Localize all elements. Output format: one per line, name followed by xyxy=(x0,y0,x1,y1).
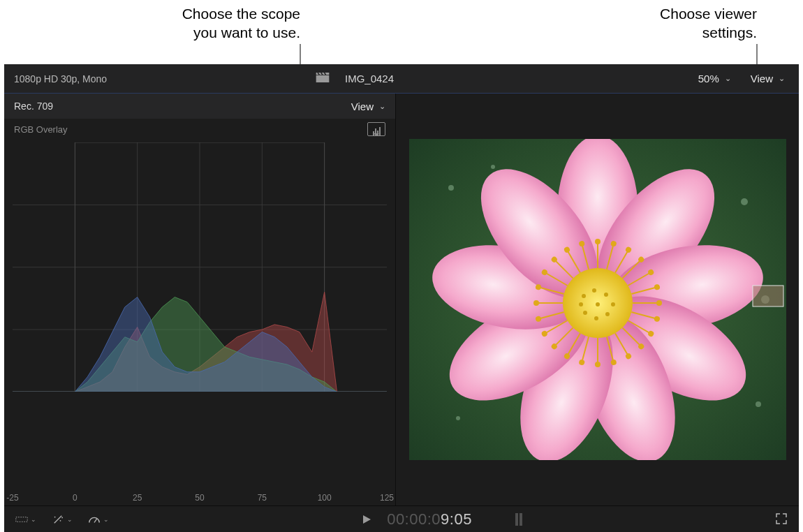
xaxis-tick: 25 xyxy=(133,493,142,503)
format-label: 1080p HD 30p, Mono xyxy=(14,73,107,84)
scopes-view-dropdown[interactable]: View ⌄ xyxy=(351,101,385,112)
scopes-view-label: View xyxy=(351,101,374,112)
callout-area: Choose the scope you want to use. Choose… xyxy=(0,0,803,64)
svg-point-40 xyxy=(54,517,56,518)
app-window: 1080p HD 30p, Mono IMG_0424 50% ⌄ View ⌄… xyxy=(4,64,799,532)
viewer-view-dropdown[interactable]: View ⌄ xyxy=(751,73,785,84)
viewer-panel xyxy=(396,94,799,505)
xaxis-tick: 0 xyxy=(73,493,78,503)
viewer-canvas[interactable] xyxy=(396,94,799,505)
svg-point-29 xyxy=(604,293,608,297)
viewer-topbar: 1080p HD 30p, Mono IMG_0424 50% ⌄ View ⌄ xyxy=(4,64,799,93)
fullscreen-button[interactable] xyxy=(775,512,788,527)
timecode-bright: 9:05 xyxy=(441,510,472,528)
svg-point-25 xyxy=(595,239,601,244)
svg-point-16 xyxy=(491,165,495,169)
chevron-down-icon: ⌄ xyxy=(31,516,36,523)
enhancements-dropdown[interactable]: ⌄ xyxy=(52,515,73,524)
range-icon xyxy=(15,515,28,524)
xaxis-tick: 125 xyxy=(380,493,394,503)
gauge-icon xyxy=(88,515,101,524)
color-space-label: Rec. 709 xyxy=(14,101,53,112)
callout-viewer-text: Choose viewer settings. xyxy=(660,4,757,43)
chevron-down-icon: ⌄ xyxy=(103,516,109,523)
play-button[interactable] xyxy=(362,515,371,524)
svg-point-32 xyxy=(594,316,598,320)
timecode-display[interactable]: 00:00:09:05 xyxy=(387,510,472,529)
transport-bar: ⌄ ⌄ ⌄ 00:00:09:05 xyxy=(4,505,799,532)
zoom-value: 50% xyxy=(698,73,719,84)
svg-point-17 xyxy=(741,198,748,205)
expand-icon xyxy=(775,512,788,527)
svg-point-34 xyxy=(579,302,583,306)
chevron-down-icon: ⌄ xyxy=(67,516,73,523)
app-body: Rec. 709 View ⌄ RGB Overlay xyxy=(4,94,799,505)
svg-point-33 xyxy=(583,311,587,315)
svg-point-41 xyxy=(60,520,61,522)
svg-rect-38 xyxy=(16,517,27,522)
wand-icon xyxy=(52,515,64,524)
audio-meters-icon[interactable] xyxy=(515,513,522,526)
preview-image xyxy=(409,139,786,460)
svg-point-30 xyxy=(611,302,615,306)
svg-point-18 xyxy=(756,401,761,407)
histogram-area: -250255075100125 xyxy=(4,140,395,505)
callout-scope-text: Choose the scope you want to use. xyxy=(182,4,300,43)
divider xyxy=(4,93,799,94)
scopes-panel: Rec. 709 View ⌄ RGB Overlay xyxy=(4,94,396,505)
chevron-down-icon: ⌄ xyxy=(725,74,731,83)
xaxis-tick: 100 xyxy=(318,493,332,503)
svg-line-43 xyxy=(94,519,97,522)
xaxis-tick: -25 xyxy=(6,493,18,503)
svg-rect-0 xyxy=(316,75,330,82)
svg-point-28 xyxy=(592,288,596,293)
play-icon xyxy=(362,515,371,524)
svg-point-42 xyxy=(61,517,63,519)
rgb-histogram xyxy=(13,142,387,392)
scope-mode-label: RGB Overlay xyxy=(14,124,68,135)
xaxis-tick: 75 xyxy=(258,493,267,503)
zoom-dropdown[interactable]: 50% ⌄ xyxy=(698,73,731,84)
svg-point-27 xyxy=(582,294,586,298)
clip-filename: IMG_0424 xyxy=(345,73,394,84)
viewer-view-label: View xyxy=(751,73,773,84)
svg-marker-44 xyxy=(363,515,371,524)
timecode-dim: 00:00:0 xyxy=(387,510,441,528)
scopes-header: Rec. 709 View ⌄ xyxy=(4,94,395,119)
retime-dropdown[interactable]: ⌄ xyxy=(88,515,109,524)
svg-point-31 xyxy=(605,312,610,316)
chevron-down-icon: ⌄ xyxy=(379,102,385,111)
svg-point-19 xyxy=(456,416,460,420)
scope-type-dropdown[interactable] xyxy=(367,122,385,136)
histogram-xaxis: -250255075100125 xyxy=(13,493,387,505)
scope-subheader: RGB Overlay xyxy=(4,119,395,140)
svg-rect-36 xyxy=(753,286,783,306)
xaxis-tick: 50 xyxy=(195,493,204,503)
svg-point-35 xyxy=(596,302,600,306)
clip-title-area: IMG_0424 xyxy=(316,64,394,93)
chevron-down-icon: ⌄ xyxy=(779,74,785,83)
clapperboard-icon xyxy=(316,73,330,84)
svg-point-15 xyxy=(448,185,454,191)
clip-range-dropdown[interactable]: ⌄ xyxy=(15,515,36,524)
